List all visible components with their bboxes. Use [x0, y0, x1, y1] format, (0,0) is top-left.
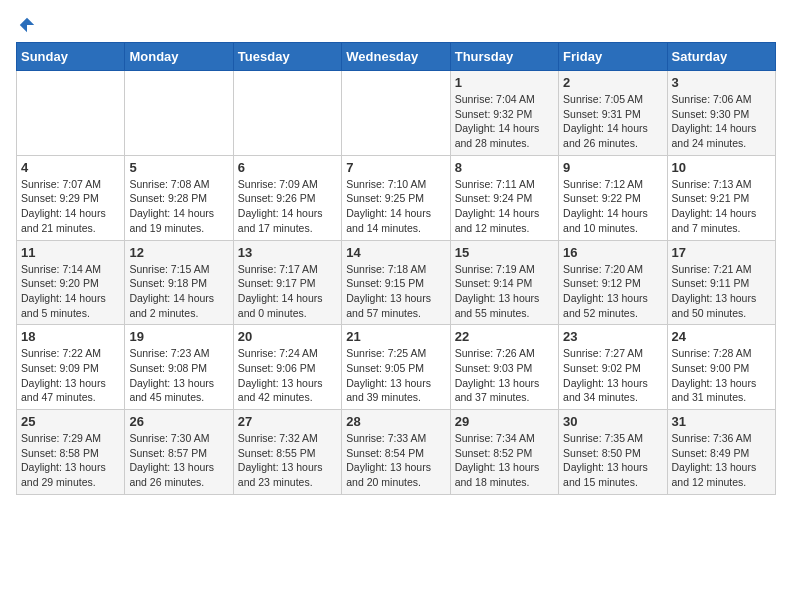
calendar-cell: 29Sunrise: 7:34 AM Sunset: 8:52 PM Dayli…	[450, 410, 558, 495]
calendar-cell: 22Sunrise: 7:26 AM Sunset: 9:03 PM Dayli…	[450, 325, 558, 410]
calendar-cell: 14Sunrise: 7:18 AM Sunset: 9:15 PM Dayli…	[342, 240, 450, 325]
day-number: 24	[672, 329, 771, 344]
day-info: Sunrise: 7:10 AM Sunset: 9:25 PM Dayligh…	[346, 177, 445, 236]
weekday-header-sunday: Sunday	[17, 43, 125, 71]
day-info: Sunrise: 7:28 AM Sunset: 9:00 PM Dayligh…	[672, 346, 771, 405]
day-info: Sunrise: 7:26 AM Sunset: 9:03 PM Dayligh…	[455, 346, 554, 405]
day-info: Sunrise: 7:15 AM Sunset: 9:18 PM Dayligh…	[129, 262, 228, 321]
day-info: Sunrise: 7:09 AM Sunset: 9:26 PM Dayligh…	[238, 177, 337, 236]
day-number: 6	[238, 160, 337, 175]
day-number: 29	[455, 414, 554, 429]
day-info: Sunrise: 7:30 AM Sunset: 8:57 PM Dayligh…	[129, 431, 228, 490]
calendar-cell: 3Sunrise: 7:06 AM Sunset: 9:30 PM Daylig…	[667, 71, 775, 156]
day-number: 20	[238, 329, 337, 344]
day-number: 19	[129, 329, 228, 344]
weekday-header-saturday: Saturday	[667, 43, 775, 71]
calendar-cell	[125, 71, 233, 156]
day-number: 11	[21, 245, 120, 260]
day-info: Sunrise: 7:32 AM Sunset: 8:55 PM Dayligh…	[238, 431, 337, 490]
day-number: 17	[672, 245, 771, 260]
day-number: 18	[21, 329, 120, 344]
calendar-cell: 27Sunrise: 7:32 AM Sunset: 8:55 PM Dayli…	[233, 410, 341, 495]
day-number: 5	[129, 160, 228, 175]
day-info: Sunrise: 7:35 AM Sunset: 8:50 PM Dayligh…	[563, 431, 662, 490]
day-info: Sunrise: 7:17 AM Sunset: 9:17 PM Dayligh…	[238, 262, 337, 321]
day-number: 28	[346, 414, 445, 429]
day-number: 1	[455, 75, 554, 90]
calendar-week-4: 18Sunrise: 7:22 AM Sunset: 9:09 PM Dayli…	[17, 325, 776, 410]
day-info: Sunrise: 7:34 AM Sunset: 8:52 PM Dayligh…	[455, 431, 554, 490]
calendar-cell: 26Sunrise: 7:30 AM Sunset: 8:57 PM Dayli…	[125, 410, 233, 495]
day-info: Sunrise: 7:19 AM Sunset: 9:14 PM Dayligh…	[455, 262, 554, 321]
calendar-week-2: 4Sunrise: 7:07 AM Sunset: 9:29 PM Daylig…	[17, 155, 776, 240]
calendar-cell: 17Sunrise: 7:21 AM Sunset: 9:11 PM Dayli…	[667, 240, 775, 325]
calendar-cell: 15Sunrise: 7:19 AM Sunset: 9:14 PM Dayli…	[450, 240, 558, 325]
day-number: 22	[455, 329, 554, 344]
day-number: 9	[563, 160, 662, 175]
day-number: 31	[672, 414, 771, 429]
calendar-week-5: 25Sunrise: 7:29 AM Sunset: 8:58 PM Dayli…	[17, 410, 776, 495]
day-info: Sunrise: 7:11 AM Sunset: 9:24 PM Dayligh…	[455, 177, 554, 236]
calendar-cell: 9Sunrise: 7:12 AM Sunset: 9:22 PM Daylig…	[559, 155, 667, 240]
day-info: Sunrise: 7:27 AM Sunset: 9:02 PM Dayligh…	[563, 346, 662, 405]
weekday-header-wednesday: Wednesday	[342, 43, 450, 71]
calendar-week-1: 1Sunrise: 7:04 AM Sunset: 9:32 PM Daylig…	[17, 71, 776, 156]
weekday-header-friday: Friday	[559, 43, 667, 71]
day-info: Sunrise: 7:08 AM Sunset: 9:28 PM Dayligh…	[129, 177, 228, 236]
day-number: 8	[455, 160, 554, 175]
calendar-cell: 8Sunrise: 7:11 AM Sunset: 9:24 PM Daylig…	[450, 155, 558, 240]
day-number: 23	[563, 329, 662, 344]
weekday-header-thursday: Thursday	[450, 43, 558, 71]
day-info: Sunrise: 7:33 AM Sunset: 8:54 PM Dayligh…	[346, 431, 445, 490]
day-info: Sunrise: 7:06 AM Sunset: 9:30 PM Dayligh…	[672, 92, 771, 151]
day-info: Sunrise: 7:07 AM Sunset: 9:29 PM Dayligh…	[21, 177, 120, 236]
day-info: Sunrise: 7:20 AM Sunset: 9:12 PM Dayligh…	[563, 262, 662, 321]
page-header	[16, 16, 776, 34]
calendar-cell: 2Sunrise: 7:05 AM Sunset: 9:31 PM Daylig…	[559, 71, 667, 156]
day-info: Sunrise: 7:36 AM Sunset: 8:49 PM Dayligh…	[672, 431, 771, 490]
calendar-cell	[17, 71, 125, 156]
day-info: Sunrise: 7:18 AM Sunset: 9:15 PM Dayligh…	[346, 262, 445, 321]
day-number: 15	[455, 245, 554, 260]
day-info: Sunrise: 7:21 AM Sunset: 9:11 PM Dayligh…	[672, 262, 771, 321]
day-info: Sunrise: 7:23 AM Sunset: 9:08 PM Dayligh…	[129, 346, 228, 405]
day-info: Sunrise: 7:22 AM Sunset: 9:09 PM Dayligh…	[21, 346, 120, 405]
calendar-cell	[233, 71, 341, 156]
calendar-cell: 1Sunrise: 7:04 AM Sunset: 9:32 PM Daylig…	[450, 71, 558, 156]
day-number: 21	[346, 329, 445, 344]
day-number: 30	[563, 414, 662, 429]
weekday-header-tuesday: Tuesday	[233, 43, 341, 71]
calendar-cell: 12Sunrise: 7:15 AM Sunset: 9:18 PM Dayli…	[125, 240, 233, 325]
weekday-header-monday: Monday	[125, 43, 233, 71]
calendar-table: SundayMondayTuesdayWednesdayThursdayFrid…	[16, 42, 776, 495]
day-number: 2	[563, 75, 662, 90]
day-info: Sunrise: 7:13 AM Sunset: 9:21 PM Dayligh…	[672, 177, 771, 236]
calendar-cell: 6Sunrise: 7:09 AM Sunset: 9:26 PM Daylig…	[233, 155, 341, 240]
calendar-cell: 5Sunrise: 7:08 AM Sunset: 9:28 PM Daylig…	[125, 155, 233, 240]
calendar-cell: 4Sunrise: 7:07 AM Sunset: 9:29 PM Daylig…	[17, 155, 125, 240]
calendar-cell: 23Sunrise: 7:27 AM Sunset: 9:02 PM Dayli…	[559, 325, 667, 410]
calendar-cell: 10Sunrise: 7:13 AM Sunset: 9:21 PM Dayli…	[667, 155, 775, 240]
calendar-cell: 11Sunrise: 7:14 AM Sunset: 9:20 PM Dayli…	[17, 240, 125, 325]
day-number: 26	[129, 414, 228, 429]
calendar-cell: 7Sunrise: 7:10 AM Sunset: 9:25 PM Daylig…	[342, 155, 450, 240]
day-number: 12	[129, 245, 228, 260]
calendar-cell: 31Sunrise: 7:36 AM Sunset: 8:49 PM Dayli…	[667, 410, 775, 495]
calendar-cell: 16Sunrise: 7:20 AM Sunset: 9:12 PM Dayli…	[559, 240, 667, 325]
day-number: 14	[346, 245, 445, 260]
day-number: 3	[672, 75, 771, 90]
day-number: 27	[238, 414, 337, 429]
day-info: Sunrise: 7:12 AM Sunset: 9:22 PM Dayligh…	[563, 177, 662, 236]
calendar-cell	[342, 71, 450, 156]
day-number: 25	[21, 414, 120, 429]
calendar-cell: 25Sunrise: 7:29 AM Sunset: 8:58 PM Dayli…	[17, 410, 125, 495]
calendar-cell: 18Sunrise: 7:22 AM Sunset: 9:09 PM Dayli…	[17, 325, 125, 410]
logo-icon	[18, 16, 36, 34]
day-info: Sunrise: 7:05 AM Sunset: 9:31 PM Dayligh…	[563, 92, 662, 151]
day-number: 16	[563, 245, 662, 260]
calendar-cell: 21Sunrise: 7:25 AM Sunset: 9:05 PM Dayli…	[342, 325, 450, 410]
day-number: 10	[672, 160, 771, 175]
day-info: Sunrise: 7:25 AM Sunset: 9:05 PM Dayligh…	[346, 346, 445, 405]
day-info: Sunrise: 7:24 AM Sunset: 9:06 PM Dayligh…	[238, 346, 337, 405]
calendar-cell: 30Sunrise: 7:35 AM Sunset: 8:50 PM Dayli…	[559, 410, 667, 495]
